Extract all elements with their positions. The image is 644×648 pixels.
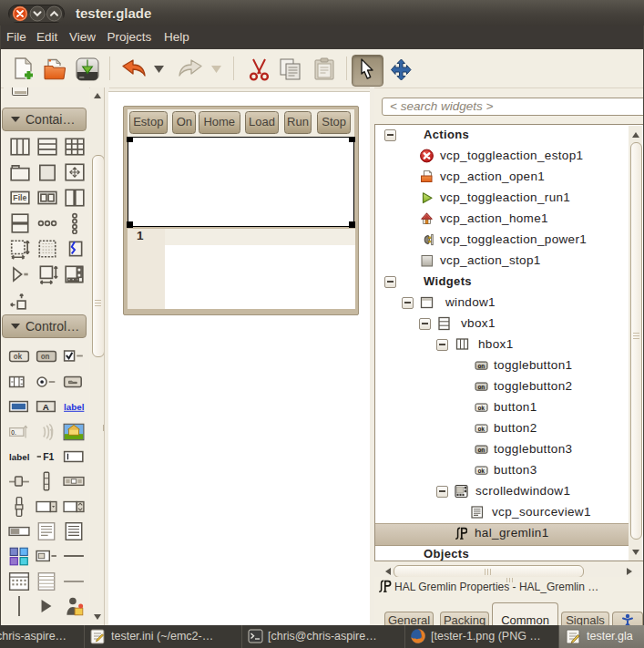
svg-text:File: File — [13, 193, 26, 202]
svg-text:label: label — [9, 451, 30, 461]
svg-text:ok: ok — [477, 406, 485, 412]
svg-text:on: on — [41, 353, 50, 361]
svg-text:on: on — [477, 364, 485, 370]
svg-text:F1: F1 — [43, 451, 54, 461]
svg-text:on: on — [477, 385, 485, 391]
svg-text:0.: 0. — [11, 428, 16, 435]
svg-text:A: A — [43, 402, 49, 412]
svg-text:ok: ok — [477, 468, 485, 475]
svg-text:label: label — [64, 402, 85, 412]
svg-text:ok: ok — [477, 427, 485, 433]
svg-text:on: on — [477, 447, 485, 454]
svg-text:ok: ok — [14, 353, 23, 361]
